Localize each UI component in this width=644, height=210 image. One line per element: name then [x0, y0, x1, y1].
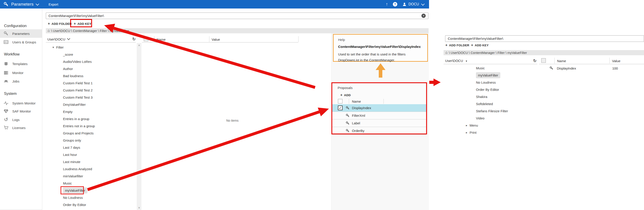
- right-column-header-value[interactable]: Value: [612, 59, 620, 63]
- proposals-add-button[interactable]: + ADD: [340, 93, 350, 97]
- tree-expander-icon[interactable]: ▾: [52, 46, 54, 49]
- breadcrumb-path[interactable]: \ User\DOCU \ ContentManager \ Filter \ …: [51, 29, 129, 33]
- path-input[interactable]: [46, 13, 428, 19]
- tree-root-selector[interactable]: User\DOCU: [47, 37, 70, 41]
- tree-item[interactable]: Stefans Filesize Filter: [444, 107, 535, 114]
- tree-item[interactable]: Audio/Video LoRes: [46, 58, 135, 65]
- home-icon[interactable]: ⌂: [48, 29, 50, 33]
- clear-glyph: ✕: [422, 14, 424, 17]
- tree-item[interactable]: ▸ Print: [444, 129, 535, 136]
- tree-item[interactable]: minValuefilter: [46, 172, 135, 179]
- proposals-column-name[interactable]: Name: [352, 100, 361, 103]
- add-folder-button[interactable]: + ADD FOLDER: [48, 22, 72, 26]
- sidebar-item-licenses[interactable]: Licenses: [0, 123, 42, 132]
- sidebar-item-monitor[interactable]: Monitor: [0, 68, 42, 77]
- refresh-icon[interactable]: ↻: [132, 37, 136, 42]
- right-refresh-icon[interactable]: ↻: [533, 58, 536, 63]
- tree-item[interactable]: Custom Field Test 1: [46, 79, 135, 87]
- app-title[interactable]: Parameters: [11, 2, 34, 7]
- heart-pulse-icon: [3, 108, 9, 114]
- right-add-key-button[interactable]: + ADD KEY: [471, 43, 489, 47]
- tree-item[interactable]: Author: [46, 65, 135, 72]
- scroll-up-icon[interactable]: ∧: [137, 44, 142, 47]
- select-all-checkbox[interactable]: [144, 37, 148, 41]
- sidebar-item-system-monitor[interactable]: System Monitor: [0, 99, 42, 107]
- triangle-down-icon: ▾: [466, 60, 467, 63]
- proposal-name: DisplayIndex: [352, 106, 371, 110]
- tree-item[interactable]: Softdeleted: [444, 100, 535, 107]
- tree-item[interactable]: Custom Field Test 3: [46, 94, 135, 101]
- proposal-row[interactable]: Label: [332, 119, 426, 127]
- home-icon[interactable]: ⌂: [445, 51, 448, 55]
- tree-item[interactable]: Entries in a group: [46, 115, 135, 122]
- tree-expander-icon[interactable]: ▸: [466, 124, 468, 127]
- tree-item[interactable]: Music: [444, 64, 535, 72]
- tree-item[interactable]: Last minute: [46, 158, 135, 165]
- tree-item[interactable]: ▾ Filter: [46, 44, 135, 51]
- tree-item[interactable]: _score: [46, 51, 135, 58]
- tree-item[interactable]: DmyValueFilter: [46, 101, 135, 108]
- sidebar-item-jobs[interactable]: Jobs: [0, 77, 42, 85]
- sidebar-item-saf-monitor[interactable]: SAF Monitor: [0, 107, 42, 115]
- tree-item[interactable]: myValueFilter: [46, 187, 135, 194]
- scroll-down-icon[interactable]: ∨: [137, 206, 142, 209]
- tree-item[interactable]: Shakira: [444, 93, 535, 100]
- right-select-all-checkbox[interactable]: [541, 58, 546, 63]
- proposal-row[interactable]: ✓ DisplayIndex: [332, 104, 426, 112]
- tree-item[interactable]: Entries not in a group: [46, 122, 135, 129]
- right-column-header-name[interactable]: Name: [557, 59, 566, 63]
- right-tree-root-selector[interactable]: User\DOCU ▾: [445, 59, 467, 63]
- tree-item[interactable]: No Loudness: [444, 79, 535, 86]
- tree-expander-icon[interactable]: ▸: [466, 131, 468, 134]
- column-header-value[interactable]: Value: [212, 38, 220, 41]
- sidebar-item-parameters[interactable]: Parameters: [0, 29, 42, 38]
- tree-item[interactable]: Custom Field Test 2: [46, 87, 135, 94]
- tree-item[interactable]: Groups and Projects: [46, 129, 135, 137]
- annotation-arrow-right-panel: [434, 79, 441, 86]
- tree-item[interactable]: Last 7 days: [46, 144, 135, 151]
- tree-item-label: Custom Field Test 2: [63, 88, 92, 92]
- sidebar-item-templates[interactable]: Templates: [0, 60, 42, 68]
- menu-export[interactable]: Export: [48, 3, 58, 6]
- tree-item-label: Print: [470, 131, 477, 134]
- proposal-checkbox[interactable]: ✓: [338, 106, 342, 110]
- tree-item[interactable]: myValueFilter: [444, 72, 535, 79]
- empty-table-message: No items: [154, 119, 310, 122]
- tree-item-label: DmyValueFilter: [63, 103, 86, 106]
- tree-item-label: Last 7 days: [63, 146, 80, 149]
- tree-item[interactable]: Loudness Analyzed: [46, 165, 135, 172]
- proposals-panel: Proposals + ADD Name ✓ DisplayIndex: [332, 82, 427, 134]
- right-row-value: 100: [612, 66, 618, 70]
- tree-item[interactable]: Order By Editor: [46, 201, 135, 208]
- clear-input-icon[interactable]: ✕: [422, 14, 426, 18]
- right-table-row[interactable]: DisplayIndex 100: [539, 65, 644, 72]
- sidebar-item-logs[interactable]: ↺ Logs: [0, 115, 42, 124]
- tree-item[interactable]: Empty: [46, 108, 135, 115]
- tree-item[interactable]: No Loudness: [46, 194, 135, 201]
- right-breadcrumb-path[interactable]: \ User\DOCU \ ContentManager \ Filter \ …: [449, 51, 527, 55]
- tree-item[interactable]: Video: [444, 114, 535, 122]
- car-icon: [3, 78, 9, 84]
- proposal-row[interactable]: FilterXml: [332, 112, 426, 119]
- proposals-select-all-checkbox[interactable]: [338, 99, 342, 104]
- tree-item[interactable]: Order By Editor: [444, 86, 535, 93]
- chevron-down-icon[interactable]: [36, 2, 39, 6]
- help-icon[interactable]: ?: [393, 2, 397, 7]
- tree-item[interactable]: Bad loudness: [46, 72, 135, 79]
- tree-item[interactable]: Last hour: [46, 151, 135, 158]
- upload-icon[interactable]: ↑: [386, 2, 388, 7]
- tree-item-label: Groups only: [63, 138, 81, 142]
- tree-scrollbar[interactable]: ∧ ∨: [137, 43, 142, 210]
- column-header-name[interactable]: Name: [157, 38, 166, 41]
- tree-item[interactable]: Music: [46, 179, 135, 187]
- user-menu[interactable]: DOCU: [402, 2, 424, 7]
- tree-item-label: Stefans Filesize Filter: [476, 109, 508, 113]
- right-add-folder-button[interactable]: + ADD FOLDER: [445, 43, 469, 47]
- right-path-input[interactable]: [445, 35, 644, 42]
- proposal-row[interactable]: OrderBy: [332, 127, 426, 135]
- tree-item[interactable]: ▸ Menu: [444, 122, 535, 129]
- key-icon: [346, 129, 350, 133]
- right-tree-root-label: User\DOCU: [445, 59, 463, 63]
- tree-item[interactable]: Groups only: [46, 137, 135, 144]
- sidebar-item-users-groups[interactable]: Users & Groups: [0, 38, 42, 46]
